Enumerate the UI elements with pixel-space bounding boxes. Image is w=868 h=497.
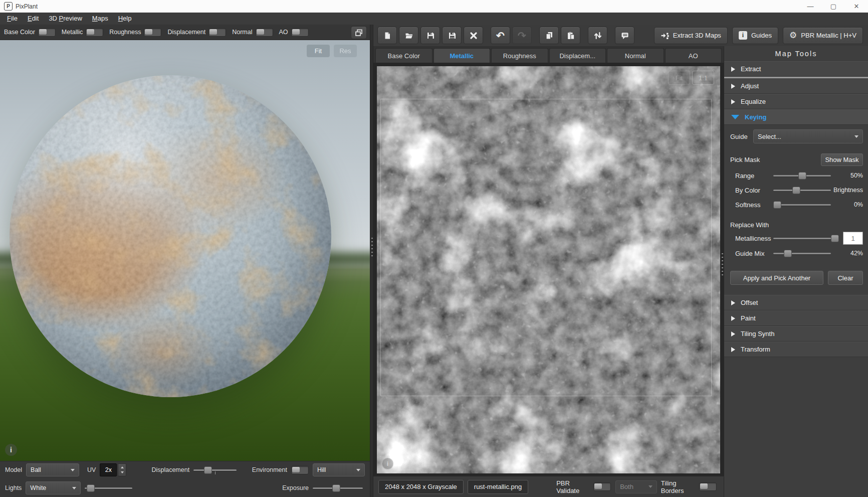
swap-maps-button[interactable] (588, 27, 607, 44)
menu-maps[interactable]: Maps (87, 13, 113, 25)
metallicness-slider-knob[interactable] (831, 235, 839, 242)
texture-info-icon[interactable]: i (382, 458, 393, 469)
texture-actual-size-button[interactable]: 1:1 (692, 71, 714, 85)
preview-res-button[interactable]: Res (334, 45, 357, 57)
tab-normal[interactable]: Normal (607, 48, 664, 63)
close-texture-button[interactable] (464, 27, 483, 44)
texture-view[interactable]: Fit 1:1 i (373, 63, 724, 476)
displacement-toggle[interactable] (208, 28, 226, 37)
section-keying-label: Keying (745, 113, 766, 121)
section-tiling-synth[interactable]: Tiling Synth (724, 326, 868, 342)
show-mask-button[interactable]: Show Mask (821, 153, 863, 166)
minimize-button[interactable]: — (799, 0, 822, 13)
by-color-slider-knob[interactable] (792, 187, 800, 194)
guide-dropdown[interactable]: Select... (753, 129, 863, 143)
exposure-slider[interactable] (313, 484, 363, 492)
metallicness-input[interactable] (843, 232, 863, 245)
softness-slider[interactable] (773, 201, 831, 209)
range-slider-knob[interactable] (798, 172, 806, 180)
uv-stepper[interactable]: 2x (100, 463, 126, 476)
by-color-slider[interactable] (773, 187, 831, 194)
paste-button[interactable] (561, 27, 580, 44)
ao-toggle[interactable] (291, 28, 309, 37)
menu-edit[interactable]: Edit (23, 13, 44, 25)
comment-button[interactable] (615, 27, 634, 44)
spin-down-icon (121, 471, 124, 473)
pbr-mode-dropdown[interactable]: Both (615, 480, 657, 493)
range-slider[interactable] (773, 172, 831, 180)
section-extract[interactable]: Extract (724, 61, 868, 77)
guide-mix-slider[interactable] (773, 250, 831, 257)
tab-displacement[interactable]: Displacem... (549, 48, 606, 63)
menu-file[interactable]: File (2, 13, 23, 25)
chevron-down-icon (356, 469, 360, 471)
toggle-displacement: Displacement (167, 28, 226, 37)
section-transform[interactable]: Transform (724, 342, 868, 357)
menu-help[interactable]: Help (113, 13, 137, 25)
preset-label: PBR Metallic | H+V (801, 32, 856, 39)
displacement-slider[interactable] (193, 466, 237, 474)
tab-ao[interactable]: AO (665, 48, 722, 63)
tab-roughness[interactable]: Roughness (491, 48, 548, 63)
extract-3d-maps-button[interactable]: Extract 3D Maps (654, 27, 728, 44)
undo-button[interactable]: ↶ (491, 27, 510, 44)
section-offset[interactable]: Offset (724, 295, 868, 310)
tab-base-color[interactable]: Base Color (375, 48, 432, 63)
copy-button[interactable] (539, 27, 559, 44)
range-row: Range 50% (730, 169, 863, 182)
guides-button[interactable]: i Guides (732, 27, 778, 44)
metallic-map-image[interactable]: Fit 1:1 i (377, 66, 720, 473)
new-file-button[interactable] (377, 27, 397, 44)
roughness-toggle[interactable] (144, 28, 161, 37)
filename-badge[interactable]: rust-metallic.png (468, 480, 528, 494)
preset-button[interactable]: ⚙ PBR Metallic | H+V (783, 27, 863, 44)
panel-splitter[interactable] (370, 25, 373, 497)
tab-metallic[interactable]: Metallic (433, 48, 491, 63)
displacement-slider-knob[interactable] (204, 466, 212, 474)
tiling-borders-toggle[interactable] (699, 482, 717, 491)
close-button[interactable]: ✕ (845, 0, 868, 13)
section-paint[interactable]: Paint (724, 310, 868, 326)
pbr-validate-toggle[interactable] (593, 482, 611, 491)
metallic-toggle[interactable] (86, 28, 103, 37)
redo-button[interactable]: ↷ (512, 27, 532, 44)
preview-fit-button[interactable]: Fit (307, 45, 330, 57)
open-file-button[interactable] (399, 27, 418, 44)
guide-mix-value: 42% (831, 250, 863, 257)
keying-actions-row: Apply and Pick Another Clear (730, 271, 863, 285)
normal-toggle[interactable] (256, 28, 273, 37)
lights-dropdown[interactable]: White (26, 481, 81, 494)
lights-intensity-knob[interactable] (87, 484, 95, 492)
by-color-row: By Color Brightness (730, 184, 863, 197)
model-dropdown[interactable]: Ball (26, 463, 79, 476)
softness-slider-knob[interactable] (773, 201, 781, 209)
menu-3d-preview[interactable]: 3D Preview (44, 13, 87, 25)
toggle-metallic: Metallic (62, 28, 103, 37)
splitter-grip[interactable] (371, 238, 373, 257)
maximize-button[interactable]: ▢ (822, 0, 845, 13)
save-as-button[interactable] (442, 27, 462, 44)
metallicness-slider[interactable] (773, 235, 839, 242)
guide-mix-slider-knob[interactable] (784, 250, 792, 257)
texture-fit-button[interactable]: Fit (668, 71, 690, 85)
environment-toggle[interactable] (291, 466, 309, 474)
base-color-toggle[interactable] (38, 28, 56, 37)
main-toolbar: ↶ ↷ (373, 25, 868, 47)
preview-info-icon[interactable]: i (5, 444, 17, 456)
uv-spin-buttons[interactable] (118, 463, 126, 476)
lights-intensity-slider[interactable] (85, 484, 132, 492)
up-down-arrows-icon (594, 32, 602, 40)
save-button[interactable] (420, 27, 440, 44)
detach-preview-button[interactable] (351, 26, 367, 39)
section-keying[interactable]: Keying (724, 109, 868, 125)
exposure-slider-knob[interactable] (332, 484, 340, 492)
preview-viewport[interactable]: Fit Res i (0, 40, 370, 461)
clear-button[interactable]: Clear (828, 271, 863, 285)
apply-and-pick-another-button[interactable]: Apply and Pick Another (730, 271, 823, 285)
section-offset-label: Offset (741, 299, 758, 306)
section-equalize[interactable]: Equalize (724, 94, 868, 109)
section-adjust[interactable]: Adjust (724, 78, 868, 94)
model-value: Ball (31, 466, 67, 473)
right-splitter-grip[interactable] (722, 253, 723, 276)
environment-dropdown[interactable]: Hill (313, 463, 365, 476)
